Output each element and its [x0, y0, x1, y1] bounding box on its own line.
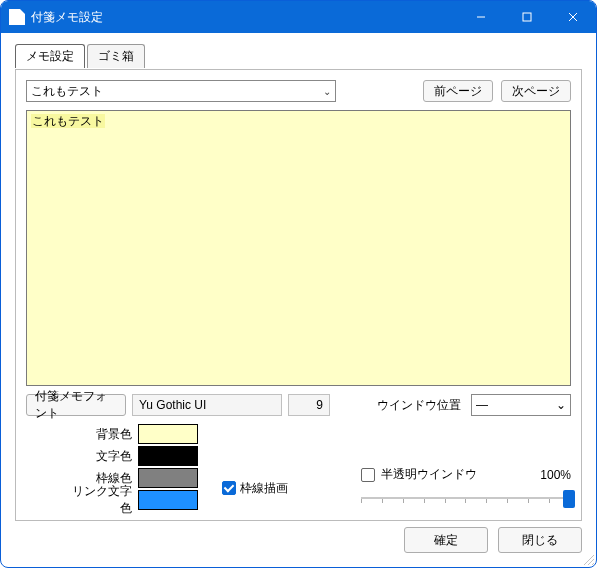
font-name-display: Yu Gothic UI — [132, 394, 282, 416]
memo-selector[interactable]: これもテスト ⌄ — [26, 80, 336, 102]
border-draw-label: 枠線描画 — [240, 480, 288, 497]
tab-trash[interactable]: ゴミ箱 — [87, 44, 145, 68]
ok-button[interactable]: 確定 — [404, 527, 488, 553]
tab-memo-settings[interactable]: メモ設定 — [15, 44, 85, 68]
font-size-display: 9 — [288, 394, 330, 416]
chevron-down-icon: ⌄ — [323, 86, 331, 97]
slider-ticks — [361, 499, 571, 503]
next-page-button[interactable]: 次ページ — [501, 80, 571, 102]
window-position-select[interactable]: ― ⌄ — [471, 394, 571, 416]
window-position-label: ウインドウ位置 — [377, 397, 465, 414]
opacity-value: 100% — [540, 468, 571, 482]
link-color-label: リンク文字色 — [66, 483, 136, 517]
tab-label: ゴミ箱 — [98, 49, 134, 63]
memo-preview-text: これもテスト — [31, 114, 105, 128]
link-color-swatch[interactable] — [138, 490, 198, 510]
client-area: メモ設定 ゴミ箱 これもテスト ⌄ 前ページ 次ページ これもテスト 付箋メモフ… — [1, 33, 596, 567]
memo-selector-value: これもテスト — [31, 83, 103, 100]
slider-thumb[interactable] — [563, 490, 575, 508]
bg-color-swatch[interactable] — [138, 424, 198, 444]
titlebar[interactable]: 付箋メモ設定 — [1, 1, 596, 33]
tab-strip: メモ設定 ゴミ箱 — [15, 43, 582, 67]
opacity-slider[interactable] — [361, 489, 571, 509]
window-title: 付箋メモ設定 — [31, 9, 103, 26]
text-color-label: 文字色 — [66, 448, 136, 465]
settings-panel: これもテスト ⌄ 前ページ 次ページ これもテスト 付箋メモフォント Yu Go… — [15, 69, 582, 521]
border-draw-checkbox[interactable] — [222, 481, 236, 495]
color-settings: 背景色 文字色 枠線色 リンク文字色 — [66, 424, 198, 510]
maximize-button[interactable] — [504, 1, 550, 33]
svg-line-6 — [592, 563, 594, 565]
close-button[interactable] — [550, 1, 596, 33]
prev-page-button[interactable]: 前ページ — [423, 80, 493, 102]
bg-color-label: 背景色 — [66, 426, 136, 443]
dialog-footer: 確定 閉じる — [15, 521, 582, 553]
app-window: 付箋メモ設定 メモ設定 ゴミ箱 これもテスト ⌄ 前ページ 次ページ — [0, 0, 597, 568]
window-position-value: ― — [476, 398, 488, 412]
document-icon — [9, 9, 25, 25]
border-draw-option[interactable]: 枠線描画 — [222, 466, 288, 510]
font-button[interactable]: 付箋メモフォント — [26, 394, 126, 416]
chevron-down-icon: ⌄ — [556, 398, 566, 412]
close-dialog-button[interactable]: 閉じる — [498, 527, 582, 553]
translucent-label: 半透明ウインドウ — [381, 466, 477, 483]
border-color-swatch[interactable] — [138, 468, 198, 488]
tab-label: メモ設定 — [26, 49, 74, 63]
svg-rect-1 — [523, 13, 531, 21]
minimize-button[interactable] — [458, 1, 504, 33]
opacity-block: 半透明ウインドウ 100% — [361, 466, 571, 510]
translucent-checkbox[interactable] — [361, 468, 375, 482]
resize-grip-icon[interactable] — [582, 553, 594, 565]
memo-preview[interactable]: これもテスト — [26, 110, 571, 386]
text-color-swatch[interactable] — [138, 446, 198, 466]
